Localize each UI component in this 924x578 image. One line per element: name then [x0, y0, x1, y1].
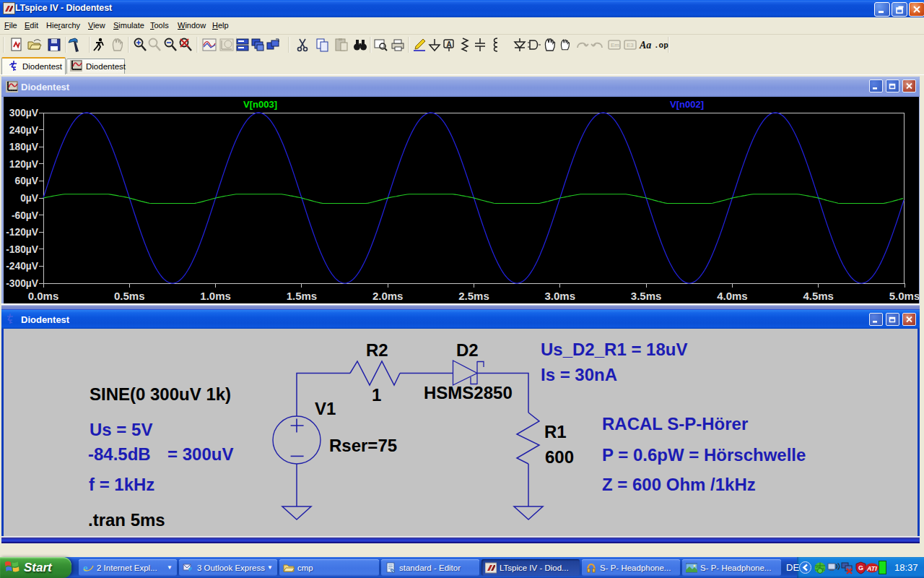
svg-text:1.0ms: 1.0ms: [200, 290, 231, 302]
svg-text:1.5ms: 1.5ms: [287, 290, 318, 302]
svg-text:RACAL S-P-Hörer: RACAL S-P-Hörer: [602, 414, 748, 434]
svg-text:Em: Em: [611, 42, 619, 48]
svg-text:240µV: 240µV: [9, 125, 39, 136]
svg-text:.tran 5ms: .tran 5ms: [88, 510, 165, 530]
svg-text:3.0ms: 3.0ms: [545, 290, 576, 302]
svg-text:D2: D2: [456, 340, 479, 360]
svg-text:G: G: [858, 564, 863, 571]
svg-text:.op: .op: [654, 41, 668, 50]
svg-text:0.0ms: 0.0ms: [28, 290, 59, 302]
svg-text:P = 0.6pW = Hörschwelle: P = 0.6pW = Hörschwelle: [602, 445, 806, 465]
svg-text:-84.5dB: -84.5dB: [88, 444, 151, 464]
svg-text:R2: R2: [366, 340, 388, 360]
svg-text:0µV: 0µV: [20, 193, 39, 204]
svg-text:Z = 600 Ohm /1kHz: Z = 600 Ohm /1kHz: [602, 475, 756, 494]
svg-text:3.5ms: 3.5ms: [631, 290, 662, 302]
svg-text:V[n002]: V[n002]: [670, 99, 704, 110]
svg-text:4.5ms: 4.5ms: [803, 290, 834, 302]
svg-text:V[n003]: V[n003]: [243, 99, 277, 110]
svg-text:V1: V1: [315, 399, 336, 418]
svg-text:= 300uV: = 300uV: [167, 444, 233, 464]
svg-text:A: A: [447, 40, 452, 48]
svg-text:f = 1kHz: f = 1kHz: [89, 475, 154, 494]
svg-text:-60µV: -60µV: [12, 210, 39, 221]
svg-text:e: e: [83, 562, 88, 574]
svg-text:Us = 5V: Us = 5V: [90, 420, 152, 439]
svg-text:2.5ms: 2.5ms: [458, 290, 489, 302]
svg-text:Aa: Aa: [639, 40, 651, 51]
svg-text:180µV: 180µV: [9, 142, 39, 152]
svg-text:Us_D2_R1 = 18uV: Us_D2_R1 = 18uV: [541, 340, 687, 359]
svg-text:60µV: 60µV: [15, 176, 39, 186]
svg-text:HSMS2850: HSMS2850: [424, 383, 513, 402]
svg-text:ATI: ATI: [866, 565, 877, 572]
svg-text:-180µV: -180µV: [6, 244, 39, 255]
svg-text:1: 1: [372, 385, 381, 405]
svg-text:4.0ms: 4.0ms: [717, 290, 748, 302]
svg-text:-120µV: -120µV: [6, 227, 39, 238]
svg-text:Is = 30nA: Is = 30nA: [541, 365, 617, 384]
svg-text:-300µV: -300µV: [6, 278, 39, 289]
svg-text:120µV: 120µV: [9, 159, 39, 170]
svg-text:Rser=75: Rser=75: [329, 436, 397, 455]
svg-text:300µV: 300µV: [9, 108, 39, 118]
svg-text:0.5ms: 0.5ms: [114, 290, 145, 302]
svg-text:SINE(0 300uV 1k): SINE(0 300uV 1k): [90, 384, 231, 404]
svg-text:5.0ms: 5.0ms: [889, 290, 919, 302]
svg-text:R1: R1: [544, 422, 567, 441]
svg-text:E3: E3: [627, 42, 634, 48]
svg-text:2.0ms: 2.0ms: [372, 290, 404, 302]
svg-text:-240µV: -240µV: [6, 261, 39, 272]
svg-text:600: 600: [545, 447, 574, 467]
